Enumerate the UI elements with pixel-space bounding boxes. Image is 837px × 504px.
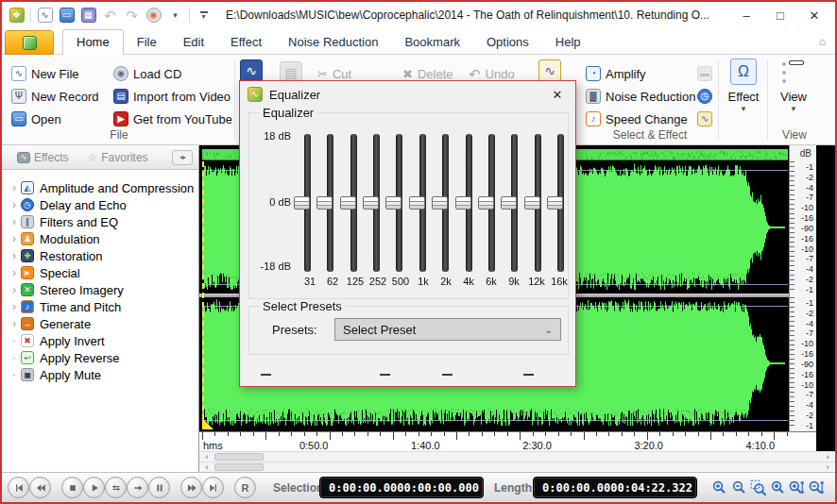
eq-slider-31[interactable] [299, 134, 317, 272]
zoom-vertical-in-button[interactable] [788, 479, 806, 496]
eq-slider-thumb[interactable] [294, 196, 310, 210]
eq-slider-4k[interactable] [460, 134, 479, 272]
app-logo-icon[interactable]: ❖ [7, 7, 26, 25]
scrollbar-thumb[interactable] [214, 463, 264, 471]
eq-slider-252[interactable] [367, 134, 386, 272]
zoom-selection-button[interactable] [749, 479, 767, 496]
sidebar-item-filters-and-eq[interactable]: ›∥Filters and EQ [8, 213, 198, 230]
new-record-button[interactable]: ΨNew Record [11, 87, 99, 106]
sidebar-item-restoration[interactable]: ›✚Restoration [8, 247, 198, 264]
eq-slider-thumb[interactable] [547, 196, 563, 210]
eq-slider-thumb[interactable] [409, 196, 425, 210]
sidebar-item-stereo-imagery[interactable]: ›✕Stereo Imagery [8, 281, 198, 298]
sidebar-item-amplitude-and-compression[interactable]: ›◭Amplitude and Compression [8, 179, 198, 196]
new-file-button[interactable]: ∿New File [11, 64, 79, 83]
eq-slider-thumb[interactable] [478, 196, 494, 210]
sidebar-item-generate[interactable]: ›→Generate [8, 315, 198, 332]
sidebar-item-time-and-pitch[interactable]: ›♪Time and Pitch [8, 298, 198, 315]
zoom-vertical-out-button[interactable] [808, 479, 826, 496]
sidebar-item-special[interactable]: ›►Special [8, 264, 198, 281]
redo-icon[interactable]: ↷ [122, 7, 142, 25]
timeline-ruler[interactable]: hms 0:50.01:40.02:30.03:20.04:10.0 [199, 431, 816, 451]
scroll-left-icon[interactable]: ‹ [201, 452, 213, 462]
expand-chevron-icon[interactable]: › [8, 198, 21, 211]
go-to-end-button[interactable] [202, 477, 224, 498]
tab-edit[interactable]: Edit [170, 30, 217, 55]
eq-slider-thumb[interactable] [363, 196, 379, 210]
loop-button[interactable] [105, 477, 127, 498]
toolbar-dropdown-icon[interactable]: ▾ [165, 7, 185, 25]
eq-slider-thumb[interactable] [501, 196, 517, 210]
stop-button[interactable] [61, 477, 83, 498]
undo-icon[interactable]: ↶ [100, 7, 120, 25]
sidebar-item-delay-and-echo[interactable]: ›◷Delay and Echo [8, 196, 198, 213]
zoom-in-button[interactable] [710, 479, 728, 496]
import-from-video-button[interactable]: ▤Import from Video [113, 87, 231, 106]
fast-forward-button[interactable] [180, 477, 202, 498]
sidebar-item-apply-reverse[interactable]: ·↩Apply Reverse [8, 349, 198, 366]
tab-bookmark[interactable]: Bookmark [391, 30, 473, 55]
get-from-youtube-button[interactable]: ▶Get from YouTube [113, 109, 232, 128]
dialog-close-icon[interactable]: ✕ [547, 85, 568, 104]
ribbon-collapse-icon[interactable]: ⌂ [819, 35, 826, 48]
expand-chevron-icon[interactable]: › [8, 181, 21, 194]
eq-slider-12k[interactable] [529, 134, 548, 272]
eq-slider-62[interactable] [321, 134, 340, 272]
eq-slider-thumb[interactable] [455, 196, 471, 210]
scroll-right-icon[interactable]: › [822, 462, 833, 472]
effect-dropdown-button[interactable]: Ω Effect ▼ [722, 59, 765, 140]
expand-chevron-icon[interactable]: › [8, 317, 21, 330]
eq-slider-thumb[interactable] [524, 196, 540, 210]
zoom-all-button[interactable] [769, 479, 787, 496]
eq-slider-6k[interactable] [483, 134, 502, 272]
horizontal-scrollbar-1[interactable]: ‹ › [199, 451, 835, 462]
expand-chevron-icon[interactable]: › [8, 249, 21, 262]
new-file-icon[interactable]: ∿ [35, 7, 55, 25]
zoom-out-button[interactable] [730, 479, 748, 496]
stopwatch-icon[interactable]: ◷ [697, 89, 712, 104]
speed-change-button[interactable]: ♪Speed Change [586, 109, 688, 128]
sidebar-collapse-button[interactable]: ◂▸ [172, 150, 193, 165]
sidebar-item-modulation[interactable]: ›♟Modulation [8, 230, 198, 247]
eq-slider-thumb[interactable] [432, 196, 448, 210]
expand-chevron-icon[interactable]: › [8, 232, 21, 245]
rewind-button[interactable] [29, 477, 51, 498]
noise-reduction-button[interactable]: ▓Noise Reduction [586, 87, 695, 106]
scroll-right-icon[interactable]: › [822, 452, 833, 462]
expand-chevron-icon[interactable]: › [8, 283, 21, 296]
save-file-icon[interactable]: ▦ [78, 7, 98, 25]
record-button[interactable]: R [234, 477, 256, 498]
dialog-title-bar[interactable]: ∿ Equalizer ✕ [240, 81, 575, 108]
scroll-left-icon[interactable]: ‹ [201, 462, 213, 472]
close-button[interactable]: ✕ [797, 5, 831, 25]
tab-effect[interactable]: Effect [217, 30, 275, 55]
eq-slider-2k[interactable] [436, 134, 455, 272]
presets-dropdown[interactable]: Select Preset ⌄ [334, 318, 561, 341]
toggle-toolbar-icon[interactable]: ▾ [194, 7, 214, 25]
maximize-button[interactable]: □ [763, 5, 797, 25]
expand-chevron-icon[interactable]: › [8, 300, 21, 313]
tab-options[interactable]: Options [473, 30, 542, 55]
load-cd-button[interactable]: ◉Load CD [113, 64, 181, 83]
sidebar-item-apply-invert[interactable]: ·✖Apply Invert [8, 332, 198, 349]
eq-slider-500[interactable] [390, 134, 409, 272]
play-forward-button[interactable] [127, 477, 148, 498]
app-menu-button[interactable] [5, 30, 54, 55]
tab-home[interactable]: Home [62, 29, 124, 56]
tab-help[interactable]: Help [542, 30, 594, 55]
eq-slider-thumb[interactable] [340, 196, 356, 210]
minimize-button[interactable]: – [729, 5, 763, 25]
eq-slider-16k[interactable] [552, 134, 571, 272]
spectral-wave-icon[interactable]: ∿ [538, 59, 561, 82]
scrollbar-thumb[interactable] [214, 453, 264, 461]
sidebar-item-apply-mute[interactable]: ·◼Apply Mute [8, 366, 198, 383]
pause-button[interactable] [148, 477, 170, 498]
expand-chevron-icon[interactable]: › [8, 215, 21, 228]
eq-slider-1k[interactable] [414, 134, 433, 272]
play-button[interactable] [83, 477, 105, 498]
open-button[interactable]: ▭Open [11, 109, 61, 128]
horizontal-scrollbar-2[interactable]: ‹ › [199, 462, 835, 472]
go-to-start-button[interactable] [8, 477, 29, 498]
expand-chevron-icon[interactable]: › [8, 266, 21, 279]
wave-document-icon[interactable]: ∿ [240, 59, 263, 82]
